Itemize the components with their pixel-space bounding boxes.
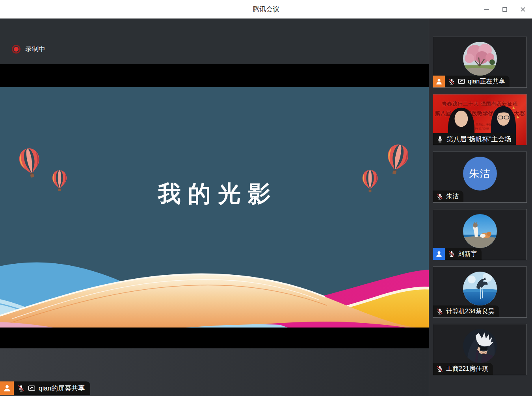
host-badge (433, 76, 445, 87)
mic-muted-icon (436, 365, 443, 372)
participant-name: 朱洁 (446, 192, 459, 201)
avatar (463, 42, 497, 76)
avatar (463, 272, 497, 305)
screen-share-icon (458, 78, 465, 85)
screen-share-icon (28, 385, 35, 392)
participant-tile[interactable]: 朱洁 朱洁 (433, 152, 527, 203)
mic-muted-icon (448, 250, 455, 257)
recording-label: 录制中 (25, 44, 45, 54)
host-badge (0, 381, 14, 395)
recording-icon (12, 45, 20, 54)
avatar: 朱洁 (463, 157, 497, 191)
participant-tile[interactable]: 刘新宇 (433, 209, 527, 260)
minimize-button[interactable] (478, 0, 496, 19)
person-icon (435, 78, 443, 85)
shared-screen-stage[interactable]: 我的光影 (0, 19, 429, 396)
participant-name: 计算机234蔡良昊 (446, 307, 495, 316)
close-button[interactable] (514, 0, 532, 19)
mic-on-icon (436, 135, 444, 143)
participants-sidebar: qian正在共享 青春践行二十大 强国有我新征程 第八届 实践教学优秀 大赛 思… (429, 19, 532, 396)
hot-air-balloon-icon (382, 142, 413, 177)
share-label: qian的屏幕共享 (39, 384, 85, 393)
participant-tile[interactable]: 计算机234蔡良昊 (433, 266, 527, 318)
presentation-slide: 我的光影 (0, 87, 429, 328)
titlebar: 腾讯会议 (0, 0, 532, 19)
letterbox-top (0, 64, 429, 87)
hot-air-balloon-icon (15, 146, 45, 180)
hot-air-balloon-icon (361, 170, 379, 192)
participant-name: qian正在共享 (468, 78, 505, 86)
participant-name: 刘新宇 (458, 250, 477, 258)
mic-muted-icon (448, 78, 455, 85)
cohost-badge (433, 248, 445, 260)
maximize-button[interactable] (496, 0, 514, 19)
participant-tile[interactable]: 青春践行二十大 强国有我新征程 第八届 实践教学优秀 大赛 思主义学院、教务处、… (433, 94, 527, 145)
participant-name: 工商221房佳琪 (446, 365, 488, 373)
person-icon (435, 250, 443, 258)
mic-muted-icon (17, 385, 25, 392)
hot-air-balloon-icon (51, 170, 68, 192)
participant-tile[interactable]: 工商221房佳琪 (433, 324, 527, 375)
mic-muted-icon (436, 308, 443, 315)
recording-indicator: 录制中 (12, 44, 45, 54)
meeting-main-area: 我的光影 (0, 19, 532, 396)
participant-tile[interactable]: qian正在共享 (433, 37, 527, 88)
participant-name: 第八届“扬帆杯”主会场 (446, 135, 511, 144)
letterbox-bottom (0, 328, 429, 348)
avatar (463, 329, 497, 363)
app-window: 腾讯会议 我的光影 (0, 0, 532, 396)
screen-share-label-bar: qian的屏幕共享 (0, 381, 90, 395)
window-title: 腾讯会议 (253, 5, 279, 14)
avatar (463, 214, 497, 248)
decorative-waves (0, 253, 429, 328)
mic-muted-icon (436, 193, 443, 200)
person-icon (3, 384, 11, 392)
